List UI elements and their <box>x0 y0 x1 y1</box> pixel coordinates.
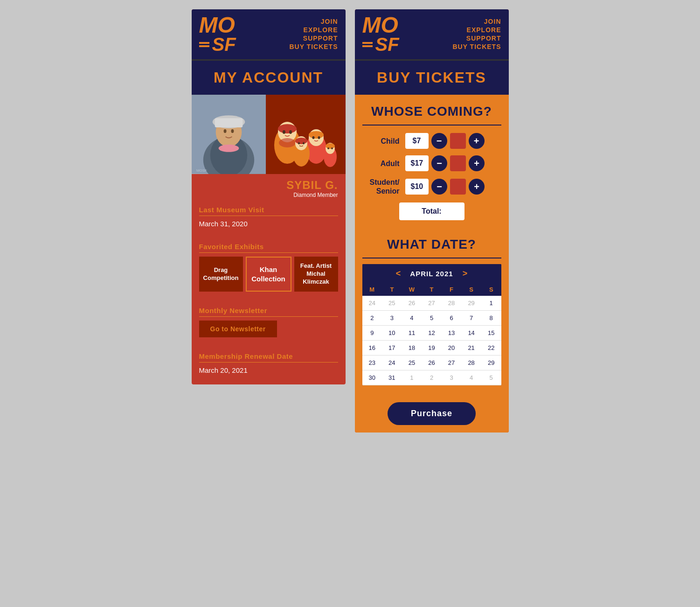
nav-join-right[interactable]: JOIN <box>484 18 501 25</box>
exhibit-artist[interactable]: Feat. Artist Michal Klimczak <box>294 257 338 292</box>
cal-cell[interactable]: 8 <box>481 311 501 325</box>
decrement-adult[interactable]: − <box>431 155 447 171</box>
cal-cell[interactable]: 22 <box>481 341 501 355</box>
exhibit-khan[interactable]: Khan Collection <box>246 257 291 292</box>
cal-cell[interactable]: 26 <box>402 296 422 310</box>
cal-cell[interactable]: 13 <box>442 326 462 340</box>
cal-cell[interactable]: 23 <box>362 356 382 370</box>
increment-adult[interactable]: + <box>469 155 485 171</box>
nav-support-left[interactable]: SUPPORT <box>303 35 338 42</box>
nav-support-right[interactable]: SUPPORT <box>466 35 501 42</box>
purchase-button[interactable]: Purchase <box>388 402 476 425</box>
total-display: Total: <box>399 202 464 220</box>
cal-cell[interactable]: 4 <box>402 311 422 325</box>
cal-cell[interactable]: 9 <box>362 326 382 340</box>
nav-buy-tickets-right[interactable]: BUY TICKETS <box>452 43 501 50</box>
decrement-student[interactable]: − <box>431 179 447 195</box>
svg-point-14 <box>283 130 285 134</box>
cal-cell[interactable]: 27 <box>442 356 462 370</box>
cal-week-2: 2 3 4 5 6 7 8 <box>362 311 501 326</box>
increment-child[interactable]: + <box>469 133 485 149</box>
cal-cell[interactable]: 31 <box>382 370 402 385</box>
calendar-prev[interactable]: < <box>396 269 401 279</box>
cal-cell[interactable]: 24 <box>362 296 382 310</box>
logo-mo-left: MO <box>199 15 236 35</box>
cal-cell[interactable]: 29 <box>481 356 501 370</box>
nav-join-left[interactable]: JOIN <box>321 18 338 25</box>
cal-cell[interactable]: 21 <box>461 341 481 355</box>
whose-coming-section: WHOSE COMING? Child $7 − + Adult $17 − + <box>355 95 509 229</box>
last-visit-section: Last Museum Visit March 31, 2020 <box>192 201 346 238</box>
nav-explore-right[interactable]: EXPLORE <box>467 26 501 34</box>
cal-cell[interactable]: 18 <box>402 341 422 355</box>
svg-point-25 <box>298 142 300 145</box>
left-panel: MO SF JOIN EXPLORE SUPPORT BUY TICKETS M… <box>192 9 346 384</box>
ticket-controls-adult: $17 − + <box>405 155 501 171</box>
svg-point-24 <box>295 138 307 144</box>
cal-cell[interactable]: 11 <box>402 326 422 340</box>
cal-cell[interactable]: 28 <box>461 356 481 370</box>
cal-cell[interactable]: 16 <box>362 341 382 355</box>
cal-cell[interactable]: 24 <box>382 356 402 370</box>
whose-coming-title: WHOSE COMING? <box>362 104 501 119</box>
logo-left: MO SF <box>199 15 236 54</box>
calendar-grid: 24 25 26 27 28 29 1 2 3 4 5 6 7 8 <box>362 296 501 385</box>
cal-cell[interactable]: 1 <box>402 370 422 385</box>
day-header-f: F <box>442 283 462 296</box>
cal-cell[interactable]: 2 <box>362 311 382 325</box>
cal-cell[interactable]: 28 <box>442 296 462 310</box>
day-header-m: M <box>362 283 382 296</box>
cal-cell[interactable]: 25 <box>402 356 422 370</box>
cal-cell[interactable]: 3 <box>382 311 402 325</box>
cal-cell[interactable]: 14 <box>461 326 481 340</box>
nav-buy-tickets-left[interactable]: BUY TICKETS <box>289 43 338 50</box>
svg-point-7 <box>231 129 234 133</box>
cal-cell[interactable]: 5 <box>481 370 501 385</box>
newsletter-button[interactable]: Go to Newsletter <box>199 321 277 337</box>
nav-links-right: JOIN EXPLORE SUPPORT BUY TICKETS <box>452 15 501 50</box>
cal-cell[interactable]: 26 <box>422 356 442 370</box>
last-visit-label: Last Museum Visit <box>199 206 338 216</box>
profile-image-container: MOSF <box>192 95 346 174</box>
last-visit-date: March 31, 2020 <box>199 220 338 228</box>
cal-week-6: 30 31 1 2 3 4 5 <box>362 370 501 385</box>
cal-cell[interactable]: 17 <box>382 341 402 355</box>
nav-links-left: JOIN EXPLORE SUPPORT BUY TICKETS <box>289 15 338 50</box>
cal-cell[interactable]: 5 <box>422 311 442 325</box>
day-header-s1: S <box>461 283 481 296</box>
cal-cell[interactable]: 15 <box>481 326 501 340</box>
cal-cell[interactable]: 3 <box>442 370 462 385</box>
logo-sf-left: SF <box>212 35 236 54</box>
increment-student[interactable]: + <box>469 179 485 195</box>
cal-cell[interactable]: 10 <box>382 326 402 340</box>
quantity-child <box>450 133 466 149</box>
cal-cell[interactable]: 27 <box>422 296 442 310</box>
svg-point-19 <box>309 131 324 139</box>
nav-explore-left[interactable]: EXPLORE <box>304 26 338 34</box>
calendar-next[interactable]: > <box>463 269 468 279</box>
ticket-type-adult: Adult <box>362 159 400 168</box>
cal-cell[interactable]: 19 <box>422 341 442 355</box>
cal-cell[interactable]: 30 <box>362 370 382 385</box>
svg-point-21 <box>318 136 320 139</box>
nav-header-left: MO SF JOIN EXPLORE SUPPORT BUY TICKETS <box>192 9 346 59</box>
purchase-section: Purchase <box>355 395 509 433</box>
cal-cell[interactable]: 25 <box>382 296 402 310</box>
nav-header-right: MO SF JOIN EXPLORE SUPPORT BUY TICKETS <box>355 9 509 59</box>
cal-cell[interactable]: 20 <box>442 341 462 355</box>
cal-cell[interactable]: 6 <box>442 311 462 325</box>
svg-point-29 <box>326 143 335 149</box>
newsletter-section: Monthly Newsletter Go to Newsletter <box>192 302 346 348</box>
cal-cell[interactable]: 12 <box>422 326 442 340</box>
profile-name-section: SYBIL G. Diamond Member <box>192 174 346 201</box>
cal-cell[interactable]: 1 <box>481 296 501 310</box>
logo-right: MO SF <box>362 15 399 54</box>
logo-sf-right: SF <box>375 35 399 54</box>
decrement-child[interactable]: − <box>431 133 447 149</box>
cal-cell[interactable]: 29 <box>461 296 481 310</box>
cal-cell[interactable]: 7 <box>461 311 481 325</box>
cal-cell[interactable]: 4 <box>461 370 481 385</box>
profile-photo-svg: MOSF <box>192 95 266 174</box>
cal-cell[interactable]: 2 <box>422 370 442 385</box>
exhibit-drag[interactable]: Drag Competition <box>199 257 243 292</box>
